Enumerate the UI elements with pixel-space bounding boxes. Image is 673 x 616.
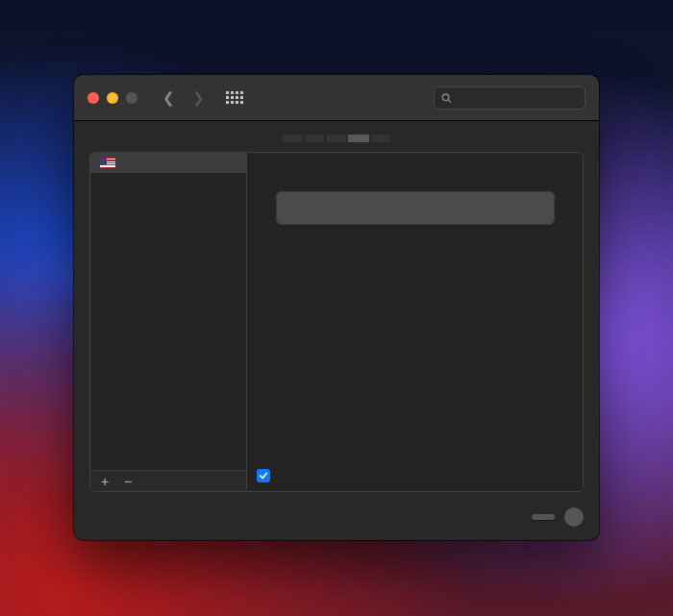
show-input-menu-checkbox[interactable] <box>257 469 270 482</box>
input-sources-list <box>90 153 246 470</box>
add-source-button[interactable]: + <box>96 473 113 490</box>
window-controls <box>87 92 137 104</box>
close-window-button[interactable] <box>87 92 99 104</box>
minimize-window-button[interactable] <box>107 92 118 104</box>
search-input[interactable] <box>458 91 578 105</box>
setup-bluetooth-keyboard-button[interactable] <box>532 514 555 520</box>
detail-footer <box>247 460 583 491</box>
detail-pane <box>247 152 584 492</box>
content-area: + − <box>74 152 599 500</box>
titlebar: ❮ ❯ <box>74 75 599 121</box>
tab-input-sources[interactable] <box>347 135 369 142</box>
svg-point-0 <box>442 94 449 101</box>
sidebar-footer: + − <box>90 470 246 491</box>
tab-text[interactable] <box>303 135 325 142</box>
remove-source-button[interactable]: − <box>119 473 137 490</box>
forward-button: ❯ <box>192 90 205 105</box>
search-icon <box>441 92 452 104</box>
tab-dictation[interactable] <box>369 135 391 142</box>
nav-buttons: ❮ ❯ <box>162 90 205 105</box>
zoom-window-button[interactable] <box>126 92 137 104</box>
keyboard-preview-area <box>247 153 583 460</box>
svg-line-1 <box>448 99 451 102</box>
tab-bar <box>74 121 599 152</box>
us-flag-icon <box>100 158 115 168</box>
input-source-item[interactable] <box>90 153 246 173</box>
search-field[interactable] <box>434 86 586 110</box>
show-all-icon[interactable] <box>226 91 243 104</box>
input-sources-sidebar: + − <box>89 152 247 492</box>
bottom-bar <box>74 500 599 540</box>
checkmark-icon <box>259 471 268 480</box>
preferences-window: ❮ ❯ <box>74 75 599 540</box>
tab-shortcuts[interactable] <box>325 135 347 142</box>
keyboard-preview <box>276 191 555 225</box>
back-button[interactable]: ❮ <box>162 90 175 105</box>
tab-keyboard[interactable] <box>282 135 303 142</box>
help-button[interactable] <box>564 507 584 527</box>
